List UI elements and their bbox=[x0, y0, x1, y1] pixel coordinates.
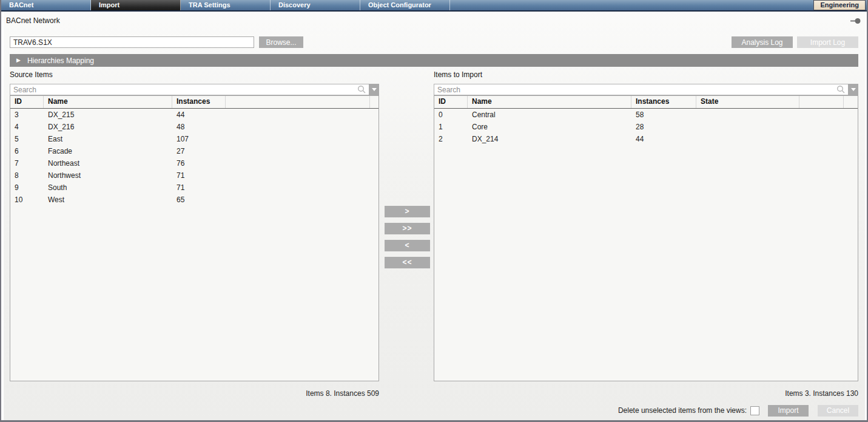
move-all-right-button[interactable]: >> bbox=[385, 223, 430, 234]
column-header-name[interactable]: Name bbox=[44, 96, 172, 108]
items-to-import-title: Items to Import bbox=[434, 70, 482, 79]
table-row[interactable]: 3DX_21544 bbox=[10, 109, 378, 121]
move-selected-left-button[interactable]: < bbox=[385, 240, 430, 251]
cell-spacer bbox=[370, 157, 378, 169]
footer-bar: Delete unselected items from the views: … bbox=[434, 404, 858, 417]
import-table-body: 0Central581Core282DX_21444 bbox=[434, 109, 858, 145]
bacnet-import-window: BACnetImportTRA SettingsDiscoveryObject … bbox=[0, 0, 868, 422]
source-file-input[interactable] bbox=[10, 36, 254, 48]
cell-name: DX_214 bbox=[468, 133, 631, 145]
tab-tra-settings[interactable]: TRA Settings bbox=[181, 0, 271, 10]
column-header-instances[interactable]: Instances bbox=[631, 96, 696, 108]
table-row[interactable]: 5East107 bbox=[10, 133, 378, 145]
analysis-log-button[interactable]: Analysis Log bbox=[732, 36, 793, 48]
column-header-name[interactable]: Name bbox=[468, 96, 631, 108]
page-header: BACnet Network bbox=[6, 16, 861, 25]
source-filter-dropdown-button[interactable] bbox=[369, 84, 379, 95]
table-row[interactable]: 4DX_21648 bbox=[10, 121, 378, 133]
cell-id: 10 bbox=[10, 194, 44, 206]
cell-name: West bbox=[44, 194, 172, 206]
cell-name: Central bbox=[468, 109, 631, 121]
browse-button[interactable]: Browse... bbox=[259, 36, 303, 48]
source-search-input[interactable] bbox=[10, 84, 369, 95]
items-to-import-summary: Items 3. Instances 130 bbox=[434, 389, 858, 398]
cell-spacer bbox=[844, 121, 858, 133]
cell-id: 7 bbox=[10, 157, 44, 169]
table-row[interactable]: 9South71 bbox=[10, 182, 378, 194]
cell-state bbox=[696, 133, 799, 145]
cell-id: 5 bbox=[10, 133, 44, 145]
cell-spacer bbox=[226, 182, 370, 194]
cell-spacer bbox=[226, 121, 370, 133]
cell-spacer bbox=[370, 145, 378, 157]
table-row[interactable]: 10West65 bbox=[10, 194, 378, 206]
cancel-button[interactable]: Cancel bbox=[818, 405, 858, 417]
column-header-spacer bbox=[370, 96, 378, 108]
cell-instances: 27 bbox=[172, 145, 226, 157]
tab-discovery[interactable]: Discovery bbox=[271, 0, 360, 10]
cell-id: 6 bbox=[10, 145, 44, 157]
move-selected-right-button[interactable]: > bbox=[385, 206, 430, 217]
chevron-down-icon bbox=[851, 88, 856, 91]
cell-spacer bbox=[226, 133, 370, 145]
import-log-button[interactable]: Import Log bbox=[797, 36, 858, 48]
cell-name: DX_216 bbox=[44, 121, 172, 133]
delete-unselected-checkbox[interactable] bbox=[750, 406, 759, 415]
page-title: BACnet Network bbox=[6, 16, 60, 25]
delete-unselected-label: Delete unselected items from the views: bbox=[618, 406, 747, 415]
column-header-state[interactable]: State bbox=[696, 96, 799, 108]
column-header-id[interactable]: ID bbox=[434, 96, 468, 108]
import-search-input[interactable] bbox=[434, 84, 848, 95]
search-icon bbox=[836, 85, 846, 94]
cell-instances: 76 bbox=[172, 157, 226, 169]
source-table-body: 3DX_215444DX_216485East1076Facade277Nort… bbox=[10, 109, 378, 206]
cell-name: DX_215 bbox=[44, 109, 172, 121]
table-row[interactable]: 8Northwest71 bbox=[10, 169, 378, 182]
cell-name: Facade bbox=[44, 145, 172, 157]
chevron-down-icon bbox=[372, 88, 377, 91]
cell-spacer bbox=[226, 145, 370, 157]
cell-instances: 44 bbox=[172, 109, 226, 121]
source-items-summary: Items 8. Instances 509 bbox=[10, 389, 379, 398]
tab-bacnet[interactable]: BACnet bbox=[1, 0, 91, 10]
cell-id: 8 bbox=[10, 169, 44, 182]
move-all-left-button[interactable]: << bbox=[385, 257, 430, 268]
cell-spacer bbox=[844, 133, 858, 145]
pin-icon[interactable] bbox=[850, 18, 861, 24]
transfer-buttons: >>><<< bbox=[385, 206, 430, 268]
table-row[interactable]: 0Central58 bbox=[434, 109, 858, 121]
cell-spacer bbox=[370, 133, 378, 145]
table-row[interactable]: 6Facade27 bbox=[10, 145, 378, 157]
cell-spacer bbox=[844, 109, 858, 121]
cell-name: East bbox=[44, 133, 172, 145]
source-items-table: IDNameInstances 3DX_215444DX_216485East1… bbox=[10, 95, 379, 381]
cell-spacer bbox=[370, 194, 378, 206]
cell-id: 1 bbox=[434, 121, 468, 133]
cell-instances: 58 bbox=[631, 109, 696, 121]
tab-strip: BACnetImportTRA SettingsDiscoveryObject … bbox=[1, 0, 450, 10]
column-header-id[interactable]: ID bbox=[10, 96, 44, 108]
cell-instances: 65 bbox=[172, 194, 226, 206]
engineering-mode-button[interactable]: Engineering bbox=[813, 0, 866, 10]
cell-spacer bbox=[370, 121, 378, 133]
hierarchies-mapping-expander[interactable]: ▶ Hierarchies Mapping bbox=[10, 54, 858, 67]
import-button[interactable]: Import bbox=[768, 405, 809, 417]
table-row[interactable]: 2DX_21444 bbox=[434, 133, 858, 145]
table-row[interactable]: 1Core28 bbox=[434, 121, 858, 133]
cell-name: Core bbox=[468, 121, 631, 133]
cell-spacer bbox=[370, 182, 378, 194]
cell-spacer bbox=[799, 109, 844, 121]
cell-spacer bbox=[226, 194, 370, 206]
column-header-instances[interactable]: Instances bbox=[172, 96, 226, 108]
cell-state bbox=[696, 109, 799, 121]
column-header-spacer bbox=[844, 96, 858, 108]
table-row[interactable]: 7Northeast76 bbox=[10, 157, 378, 169]
cell-spacer bbox=[226, 109, 370, 121]
tab-import[interactable]: Import bbox=[91, 0, 181, 10]
import-table-header: IDNameInstancesState bbox=[434, 96, 858, 109]
cell-name: Northwest bbox=[44, 169, 172, 182]
cell-id: 0 bbox=[434, 109, 468, 121]
import-filter-dropdown-button[interactable] bbox=[848, 84, 858, 95]
tab-object-configurator[interactable]: Object Configurator bbox=[360, 0, 450, 10]
source-items-title: Source Items bbox=[10, 70, 53, 79]
